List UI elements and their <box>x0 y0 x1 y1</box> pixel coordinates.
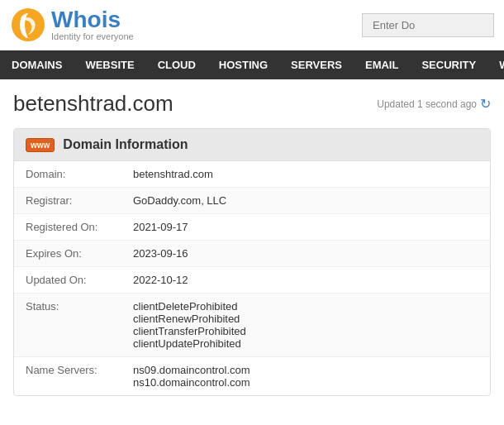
logo-area: Whois Identity for everyone <box>10 7 134 43</box>
logo-text-group: Whois Identity for everyone <box>51 8 134 41</box>
value-registered-on: 2021-09-17 <box>133 221 478 233</box>
info-card-title: Domain Information <box>63 137 188 152</box>
value-name-servers: ns09.domaincontrol.com ns10.domaincontro… <box>133 364 478 389</box>
ns-line-2: ns10.domaincontrol.com <box>133 376 478 389</box>
table-row: Domain: betenshtrad.com <box>14 161 490 188</box>
table-row: Name Servers: ns09.domaincontrol.com ns1… <box>14 357 490 395</box>
main-nav: DOMAINS WEBSITE CLOUD HOSTING SERVERS EM… <box>0 50 504 79</box>
nav-item-hosting[interactable]: HOSTING <box>207 50 279 79</box>
label-updated-on: Updated On: <box>26 274 133 286</box>
status-line-1: clientDeleteProhibited <box>133 300 478 313</box>
nav-item-email[interactable]: EMAIL <box>354 50 410 79</box>
info-table: Domain: betenshtrad.com Registrar: GoDad… <box>14 161 490 395</box>
value-status: clientDeleteProhibited clientRenewProhib… <box>133 300 478 350</box>
ns-line-1: ns09.domaincontrol.com <box>133 364 478 376</box>
search-input[interactable] <box>362 13 494 37</box>
updated-label: Updated 1 second ago <box>377 98 477 110</box>
nav-item-whois[interactable]: WHOIS <box>487 50 504 79</box>
value-domain: betenshtrad.com <box>133 168 478 180</box>
nav-item-cloud[interactable]: CLOUD <box>146 50 207 79</box>
label-domain: Domain: <box>26 168 133 180</box>
main-content: betenshtrad.com Updated 1 second ago ↻ w… <box>0 79 504 408</box>
nav-item-domains[interactable]: DOMAINS <box>0 50 74 79</box>
info-card-header: www Domain Information <box>14 129 490 161</box>
nav-item-website[interactable]: WEBSITE <box>74 50 145 79</box>
table-row: Status: clientDeleteProhibited clientRen… <box>14 294 490 357</box>
value-updated-on: 2022-10-12 <box>133 274 478 286</box>
nav-item-servers[interactable]: SERVERS <box>279 50 354 79</box>
table-row: Updated On: 2022-10-12 <box>14 267 490 294</box>
logo-tagline-text: Identity for everyone <box>51 31 134 41</box>
table-row: Registered On: 2021-09-17 <box>14 214 490 241</box>
label-expires-on: Expires On: <box>26 247 133 260</box>
logo-icon <box>10 7 46 43</box>
domain-title: betenshtrad.com <box>13 91 174 117</box>
label-status: Status: <box>26 300 133 313</box>
nav-item-security[interactable]: SECURITY <box>410 50 487 79</box>
status-line-3: clientTransferProhibited <box>133 325 478 337</box>
logo-whois-text: Whois <box>51 8 134 31</box>
header: Whois Identity for everyone <box>0 0 504 50</box>
label-registrar: Registrar: <box>26 194 133 207</box>
label-name-servers: Name Servers: <box>26 364 133 376</box>
www-badge: www <box>26 138 55 152</box>
label-registered-on: Registered On: <box>26 221 133 233</box>
status-line-4: clientUpdateProhibited <box>133 337 478 350</box>
refresh-icon[interactable]: ↻ <box>480 96 491 112</box>
value-registrar: GoDaddy.com, LLC <box>133 194 478 207</box>
domain-info-card: www Domain Information Domain: betenshtr… <box>13 128 491 396</box>
status-line-2: clientRenewProhibited <box>133 313 478 325</box>
table-row: Registrar: GoDaddy.com, LLC <box>14 188 490 214</box>
updated-row: Updated 1 second ago ↻ <box>377 96 491 112</box>
table-row: Expires On: 2023-09-16 <box>14 241 490 267</box>
value-expires-on: 2023-09-16 <box>133 247 478 260</box>
domain-title-row: betenshtrad.com Updated 1 second ago ↻ <box>13 91 491 117</box>
